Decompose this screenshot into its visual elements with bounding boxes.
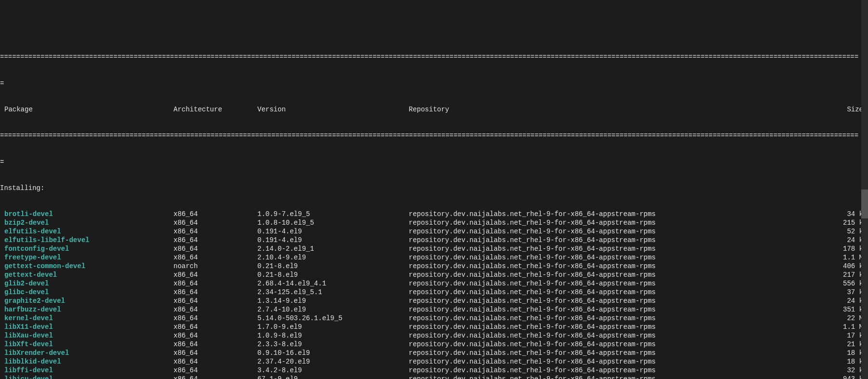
package-list: brotli-develx86_641.0.9-7.el9_5repositor… <box>0 210 868 379</box>
package-arch: x86_64 <box>174 279 257 288</box>
package-size: 32 k <box>708 366 868 375</box>
package-repo: repository.dev.naijalabs.net_rhel-9-for-… <box>409 236 708 244</box>
package-version: 1.3.14-9.el9 <box>257 297 409 305</box>
package-row: glib2-develx86_642.68.4-14.el9_4.1reposi… <box>0 279 868 288</box>
package-repo: repository.dev.naijalabs.net_rhel-9-for-… <box>409 253 708 262</box>
package-name: libX11-devel <box>0 323 174 331</box>
package-repo: repository.dev.naijalabs.net_rhel-9-for-… <box>409 244 708 253</box>
package-row: libXft-develx86_642.3.3-8.el9repository.… <box>0 340 868 349</box>
package-repo: repository.dev.naijalabs.net_rhel-9-for-… <box>409 349 708 357</box>
package-name: brotli-devel <box>0 210 174 218</box>
package-version: 0.21-8.el9 <box>257 262 409 271</box>
package-name: libXft-devel <box>0 340 174 349</box>
package-row: gettext-develx86_640.21-8.el9repository.… <box>0 271 868 279</box>
package-name: freetype-devel <box>0 253 174 262</box>
package-version: 2.68.4-14.el9_4.1 <box>257 279 409 288</box>
package-name: bzip2-devel <box>0 218 174 227</box>
package-name: fontconfig-devel <box>0 244 174 253</box>
package-version: 1.0.9-8.el9 <box>257 331 409 340</box>
package-version: 0.191-4.el9 <box>257 236 409 244</box>
package-version: 1.0.8-10.el9_5 <box>257 218 409 227</box>
package-arch: x86_64 <box>174 244 257 253</box>
package-arch: x86_64 <box>174 210 257 218</box>
package-size: 22 M <box>708 314 868 323</box>
scrollbar-thumb[interactable] <box>861 190 868 218</box>
package-repo: repository.dev.naijalabs.net_rhel-9-for-… <box>409 340 708 349</box>
package-repo: repository.dev.naijalabs.net_rhel-9-for-… <box>409 357 708 366</box>
package-arch: noarch <box>174 262 257 271</box>
package-arch: x86_64 <box>174 253 257 262</box>
package-repo: repository.dev.naijalabs.net_rhel-9-for-… <box>409 218 708 227</box>
package-arch: x86_64 <box>174 323 257 331</box>
package-row: harfbuzz-develx86_642.7.4-10.el9reposito… <box>0 305 868 314</box>
package-repo: repository.dev.naijalabs.net_rhel-9-for-… <box>409 279 708 288</box>
package-size: 556 k <box>708 279 868 288</box>
package-repo: repository.dev.naijalabs.net_rhel-9-for-… <box>409 297 708 305</box>
header-package: Package <box>0 105 174 114</box>
scrollbar[interactable] <box>861 0 868 379</box>
package-version: 5.14.0-503.26.1.el9_5 <box>257 314 409 323</box>
package-name: elfutils-libelf-devel <box>0 236 174 244</box>
package-arch: x86_64 <box>174 331 257 340</box>
package-row: graphite2-develx86_641.3.14-9.el9reposit… <box>0 297 868 305</box>
divider-top-cont: = <box>0 79 868 88</box>
package-row: libX11-develx86_641.7.0-9.el9repository.… <box>0 323 868 331</box>
package-row: elfutils-libelf-develx86_640.191-4.el9re… <box>0 236 868 244</box>
package-arch: x86_64 <box>174 357 257 366</box>
package-version: 2.37.4-20.el9 <box>257 357 409 366</box>
package-row: libicu-develx86_6467.1-9.el9repository.d… <box>0 375 868 379</box>
package-repo: repository.dev.naijalabs.net_rhel-9-for-… <box>409 288 708 297</box>
header-version: Version <box>257 105 409 114</box>
package-size: 18 k <box>708 349 868 357</box>
package-version: 67.1-9.el9 <box>257 375 409 379</box>
package-size: 217 k <box>708 271 868 279</box>
package-size: 943 k <box>708 375 868 379</box>
header-size: Size <box>708 105 868 114</box>
header-architecture: Architecture <box>174 105 257 114</box>
package-size: 406 k <box>708 262 868 271</box>
package-name: gettext-devel <box>0 271 174 279</box>
package-name: libicu-devel <box>0 375 174 379</box>
installing-label: Installing: <box>0 184 868 192</box>
divider-mid-cont: = <box>0 158 868 166</box>
package-version: 2.3.3-8.el9 <box>257 340 409 349</box>
package-arch: x86_64 <box>174 218 257 227</box>
package-row: freetype-develx86_642.10.4-9.el9reposito… <box>0 253 868 262</box>
header-row: Package Architecture Version Repository … <box>0 105 868 114</box>
package-arch: x86_64 <box>174 236 257 244</box>
package-name: elfutils-devel <box>0 227 174 236</box>
package-row: glibc-develx86_642.34-125.el9_5.1reposit… <box>0 288 868 297</box>
header-repository: Repository <box>409 105 708 114</box>
divider-top: ========================================… <box>0 53 868 61</box>
package-size: 52 k <box>708 227 868 236</box>
package-name: libffi-devel <box>0 366 174 375</box>
package-arch: x86_64 <box>174 227 257 236</box>
package-row: bzip2-develx86_641.0.8-10.el9_5repositor… <box>0 218 868 227</box>
package-row: fontconfig-develx86_642.14.0-2.el9_1repo… <box>0 244 868 253</box>
package-row: libXau-develx86_641.0.9-8.el9repository.… <box>0 331 868 340</box>
package-row: brotli-develx86_641.0.9-7.el9_5repositor… <box>0 210 868 218</box>
package-row: libffi-develx86_643.4.2-8.el9repository.… <box>0 366 868 375</box>
package-version: 1.0.9-7.el9_5 <box>257 210 409 218</box>
package-repo: repository.dev.naijalabs.net_rhel-9-for-… <box>409 331 708 340</box>
package-version: 2.14.0-2.el9_1 <box>257 244 409 253</box>
package-name: graphite2-devel <box>0 297 174 305</box>
package-size: 17 k <box>708 331 868 340</box>
package-repo: repository.dev.naijalabs.net_rhel-9-for-… <box>409 323 708 331</box>
package-size: 18 k <box>708 357 868 366</box>
package-size: 21 k <box>708 340 868 349</box>
package-name: libXau-devel <box>0 331 174 340</box>
package-repo: repository.dev.naijalabs.net_rhel-9-for-… <box>409 314 708 323</box>
package-version: 3.4.2-8.el9 <box>257 366 409 375</box>
package-repo: repository.dev.naijalabs.net_rhel-9-for-… <box>409 305 708 314</box>
package-size: 215 k <box>708 218 868 227</box>
package-name: kernel-devel <box>0 314 174 323</box>
package-repo: repository.dev.naijalabs.net_rhel-9-for-… <box>409 271 708 279</box>
package-name: libXrender-devel <box>0 349 174 357</box>
package-row: kernel-develx86_645.14.0-503.26.1.el9_5r… <box>0 314 868 323</box>
terminal-output: ========================================… <box>0 35 868 379</box>
package-arch: x86_64 <box>174 340 257 349</box>
package-name: libblkid-devel <box>0 357 174 366</box>
package-version: 2.34-125.el9_5.1 <box>257 288 409 297</box>
package-size: 1.1 M <box>708 253 868 262</box>
